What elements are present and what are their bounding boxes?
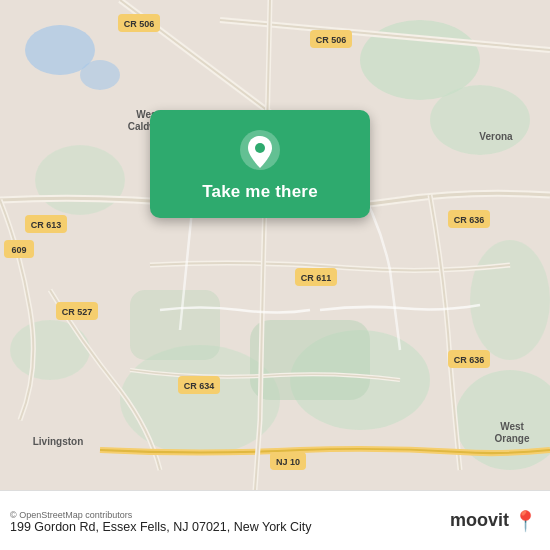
- svg-rect-10: [130, 290, 220, 360]
- svg-text:CR 636: CR 636: [454, 355, 485, 365]
- address-text: 199 Gordon Rd, Essex Fells, NJ 07021, Ne…: [10, 520, 450, 534]
- moovit-logo: moovit 📍: [450, 509, 538, 533]
- location-card: Take me there: [150, 110, 370, 218]
- svg-point-7: [10, 320, 90, 380]
- bottom-bar: © OpenStreetMap contributors 199 Gordon …: [0, 490, 550, 550]
- svg-text:CR 634: CR 634: [184, 381, 215, 391]
- location-pin-icon: [238, 128, 282, 172]
- svg-point-3: [470, 240, 550, 360]
- moovit-pin-icon: 📍: [513, 509, 538, 533]
- svg-text:Orange: Orange: [494, 433, 529, 444]
- svg-text:CR 506: CR 506: [316, 35, 347, 45]
- svg-rect-9: [250, 320, 370, 400]
- take-me-there-button[interactable]: Take me there: [202, 182, 318, 202]
- svg-text:West: West: [500, 421, 524, 432]
- osm-credit: © OpenStreetMap contributors: [10, 510, 450, 520]
- svg-text:CR 506: CR 506: [124, 19, 155, 29]
- svg-text:NJ 10: NJ 10: [276, 457, 300, 467]
- svg-text:CR 613: CR 613: [31, 220, 62, 230]
- map-container: CR 506 CR 506 CR 613 609 CR 611 CR 636 C…: [0, 0, 550, 490]
- svg-point-2: [430, 85, 530, 155]
- svg-text:Verona: Verona: [479, 131, 513, 142]
- svg-text:CR 636: CR 636: [454, 215, 485, 225]
- svg-point-46: [255, 143, 265, 153]
- svg-text:CR 611: CR 611: [301, 273, 332, 283]
- address-section: © OpenStreetMap contributors 199 Gordon …: [10, 508, 450, 534]
- svg-point-6: [35, 145, 125, 215]
- moovit-text: moovit: [450, 510, 509, 531]
- svg-text:CR 527: CR 527: [62, 307, 93, 317]
- svg-text:609: 609: [11, 245, 26, 255]
- svg-text:Livingston: Livingston: [33, 436, 84, 447]
- svg-point-12: [80, 60, 120, 90]
